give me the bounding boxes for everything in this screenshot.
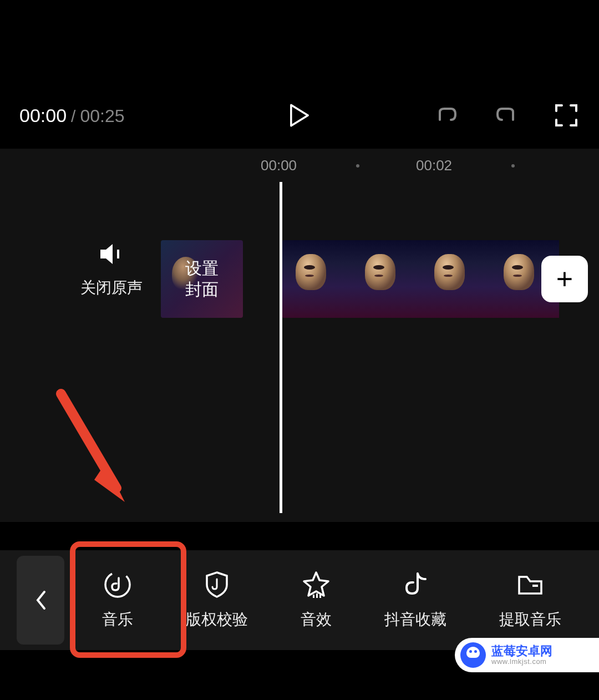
tracks[interactable]: 关闭原声 设置封面 + xyxy=(0,182,599,493)
ruler-dot xyxy=(356,164,359,168)
extract-music-button[interactable]: 提取音乐 xyxy=(499,570,561,630)
tool-label: 音乐 xyxy=(102,609,133,630)
watermark-url: www.lmkjst.com xyxy=(491,658,552,666)
svg-rect-2 xyxy=(313,595,314,598)
play-icon xyxy=(290,104,309,127)
chevron-left-icon xyxy=(34,590,47,611)
watermark-title: 蓝莓安卓网 xyxy=(491,645,552,658)
watermark: 蓝莓安卓网 www.lmkjst.com xyxy=(455,638,599,672)
fullscreen-icon xyxy=(554,103,578,128)
svg-rect-5 xyxy=(532,585,538,587)
cover-label: 设置封面 xyxy=(185,258,219,300)
mute-original-button[interactable]: 关闭原声 xyxy=(80,243,143,298)
ruler-dot xyxy=(511,164,515,168)
undo-button[interactable] xyxy=(433,102,460,129)
total-time: 00:25 xyxy=(80,106,124,126)
redo-icon xyxy=(494,103,519,128)
ruler-mark: 00:02 xyxy=(416,157,452,174)
watermark-logo-icon xyxy=(460,642,486,668)
clip-frame xyxy=(282,240,351,318)
speaker-icon xyxy=(98,243,125,265)
tool-label: 提取音乐 xyxy=(499,609,561,630)
ruler-mark: 00:00 xyxy=(261,157,297,174)
tiktok-icon xyxy=(401,570,430,599)
shield-icon xyxy=(202,570,231,599)
copyright-check-button[interactable]: 版权校验 xyxy=(186,570,248,630)
player-controls: 00:00 / 00:25 xyxy=(0,99,599,132)
music-button[interactable]: 音乐 xyxy=(102,570,133,630)
fullscreen-button[interactable] xyxy=(553,102,580,129)
ruler: 00:00 00:02 xyxy=(0,149,599,182)
svg-rect-4 xyxy=(319,595,321,598)
clip-frame xyxy=(351,240,420,318)
douyin-favorites-button[interactable]: 抖音收藏 xyxy=(384,570,446,630)
video-clip[interactable] xyxy=(282,240,559,318)
svg-rect-0 xyxy=(117,250,119,258)
sound-effect-button[interactable]: 音效 xyxy=(301,570,332,630)
folder-icon xyxy=(516,570,545,599)
clip-frame xyxy=(420,240,490,318)
svg-rect-3 xyxy=(316,594,318,598)
back-button[interactable] xyxy=(17,556,64,645)
play-button[interactable] xyxy=(286,102,313,129)
music-icon xyxy=(103,570,132,599)
current-time: 00:00 xyxy=(19,105,67,126)
time-separator: / xyxy=(71,107,75,126)
undo-icon xyxy=(434,103,459,128)
add-clip-button[interactable]: + xyxy=(541,256,588,302)
timeline[interactable]: 00:00 00:02 关闭原声 设置封面 + xyxy=(0,149,599,522)
tool-label: 音效 xyxy=(301,609,332,630)
mute-label: 关闭原声 xyxy=(80,277,143,298)
tool-label: 抖音收藏 xyxy=(384,609,446,630)
plus-icon: + xyxy=(556,265,573,293)
svg-point-1 xyxy=(103,570,132,599)
star-icon xyxy=(302,570,331,599)
video-preview[interactable]: 00:00 / 00:25 xyxy=(0,0,599,149)
set-cover-button[interactable]: 设置封面 xyxy=(161,240,243,318)
tool-label: 版权校验 xyxy=(186,609,248,630)
playhead[interactable] xyxy=(280,182,282,513)
redo-button[interactable] xyxy=(493,102,520,129)
bottom-toolbar: 音乐 版权校验 音效 抖音收藏 提取音乐 xyxy=(0,550,599,650)
time-display: 00:00 / 00:25 xyxy=(19,105,125,126)
